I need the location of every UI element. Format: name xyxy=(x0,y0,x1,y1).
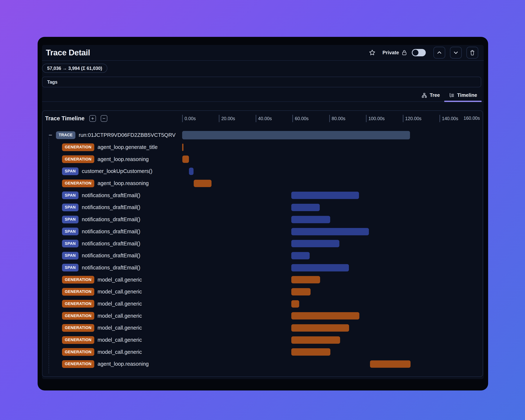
row-type-badge: SPAN xyxy=(62,204,78,211)
timeline-row[interactable]: GENERATIONmodel_call.generic xyxy=(42,298,483,310)
duration-bar[interactable] xyxy=(291,192,359,199)
row-label: model_call.generic xyxy=(98,301,142,307)
chevron-down-icon xyxy=(453,50,459,55)
row-type-badge: GENERATION xyxy=(62,348,94,356)
duration-bar[interactable] xyxy=(291,312,359,319)
axis-tick-label: 40.00s xyxy=(258,116,272,121)
timeline-header: Trace Timeline + − 0.00s20.00s40.00s60.0… xyxy=(42,111,483,126)
timeline-row[interactable]: SPANnotifications_draftEmail() xyxy=(42,189,483,201)
page-title: Trace Detail xyxy=(46,48,90,57)
row-label: notifications_draftEmail() xyxy=(82,216,140,223)
row-label: agent_loop.reasoning xyxy=(98,180,149,186)
timeline-row[interactable]: GENERATIONagent_loop.reasoning xyxy=(42,177,483,189)
next-trace-button[interactable] xyxy=(450,47,462,58)
axis-tick-mark xyxy=(366,115,366,122)
timeline-row[interactable]: SPANnotifications_draftEmail() xyxy=(42,226,483,238)
timeline-row[interactable]: GENERATIONmodel_call.generic xyxy=(42,334,483,346)
privacy-toggle[interactable] xyxy=(412,49,426,56)
axis-tick-label: 100.00s xyxy=(368,116,385,121)
duration-bar[interactable] xyxy=(291,276,320,283)
tab-tree[interactable]: Tree xyxy=(417,93,444,102)
header-bar: Trace Detail Private xyxy=(42,45,484,61)
row-label: notifications_draftEmail() xyxy=(82,252,140,259)
row-label: model_call.generic xyxy=(98,337,142,343)
duration-bar[interactable] xyxy=(291,324,349,332)
timeline-row[interactable]: GENERATIONmodel_call.generic xyxy=(42,346,483,358)
row-type-badge: GENERATION xyxy=(62,143,94,151)
timeline-row[interactable]: SPANnotifications_draftEmail() xyxy=(42,250,483,262)
axis-tick-label: 60.00s xyxy=(295,116,309,121)
trace-timeline-panel: Trace Timeline + − 0.00s20.00s40.00s60.0… xyxy=(42,110,483,377)
duration-bar[interactable] xyxy=(189,168,194,175)
tags-field[interactable]: Tags xyxy=(42,77,481,87)
axis-tick-mark xyxy=(256,115,256,122)
lock-icon xyxy=(402,50,407,56)
timeline-icon xyxy=(449,93,455,98)
row-type-badge: GENERATION xyxy=(62,324,94,332)
timeline-row[interactable]: GENERATIONmodel_call.generic xyxy=(42,286,483,298)
row-label: notifications_draftEmail() xyxy=(82,265,140,271)
row-label: model_call.generic xyxy=(98,313,142,319)
axis-tick-label: 140.00s xyxy=(442,116,458,121)
tags-label: Tags xyxy=(47,79,58,85)
timeline-row[interactable]: GENERATIONagent_loop.reasoning xyxy=(42,358,483,370)
duration-bar[interactable] xyxy=(194,180,212,187)
delete-trace-button[interactable] xyxy=(467,47,478,58)
timeline-row[interactable]: −TRACErun:01JCTPR9VD06FD2ZBB5VCT5QRV xyxy=(42,129,483,141)
toggle-knob xyxy=(412,50,418,56)
duration-bar[interactable] xyxy=(182,131,410,139)
collapse-all-button[interactable]: − xyxy=(101,115,107,122)
duration-bar[interactable] xyxy=(182,156,189,163)
duration-bar[interactable] xyxy=(291,204,319,211)
row-label: notifications_draftEmail() xyxy=(82,192,140,198)
axis-tick-label: 160.00s xyxy=(464,116,480,121)
timeline-row[interactable]: SPANnotifications_draftEmail() xyxy=(42,214,483,226)
previous-trace-button[interactable] xyxy=(433,47,445,58)
row-type-badge: SPAN xyxy=(62,252,78,260)
timeline-row[interactable]: GENERATIONmodel_call.generic xyxy=(42,310,483,322)
timeline-row[interactable]: SPANnotifications_draftEmail() xyxy=(42,237,483,250)
row-type-badge: GENERATION xyxy=(62,360,94,368)
expand-all-button[interactable]: + xyxy=(89,115,96,122)
timeline-row[interactable]: SPANnotifications_draftEmail() xyxy=(42,262,483,274)
duration-bar[interactable] xyxy=(291,240,339,247)
token-usage-badge[interactable]: 57,036 → 3,994 (Σ 61,030) xyxy=(42,64,107,73)
duration-bar[interactable] xyxy=(370,360,410,368)
axis-tick-mark xyxy=(182,115,183,122)
duration-bar[interactable] xyxy=(291,216,330,223)
duration-bar[interactable] xyxy=(291,348,330,356)
tab-label: Timeline xyxy=(457,93,477,98)
row-label: model_call.generic xyxy=(98,325,142,331)
row-type-badge: GENERATION xyxy=(62,155,94,163)
timeline-row[interactable]: SPANnotifications_draftEmail() xyxy=(42,201,483,214)
row-type-badge: GENERATION xyxy=(62,300,94,308)
axis-tick-label: 0.00s xyxy=(185,116,196,121)
star-bookmark-icon[interactable] xyxy=(369,49,375,56)
timeline-row[interactable]: GENERATIONagent_loop.generate_title xyxy=(42,141,483,153)
row-type-badge: SPAN xyxy=(62,216,78,223)
duration-bar[interactable] xyxy=(291,336,340,344)
timeline-row[interactable]: GENERATIONagent_loop.reasoning xyxy=(42,153,483,165)
axis-tick-mark xyxy=(440,115,440,122)
row-type-badge: SPAN xyxy=(62,228,78,235)
axis-tick-label: 20.00s xyxy=(221,116,235,121)
trace-detail-window: Trace Detail Private xyxy=(38,37,488,391)
duration-bar[interactable] xyxy=(291,288,310,296)
desktop-background: { "window": { "title": "Trace Detail" },… xyxy=(0,0,525,420)
row-label: model_call.generic xyxy=(98,349,142,355)
duration-bar[interactable] xyxy=(182,144,183,151)
timeline-row[interactable]: SPANcustomer_lookUpCustomers() xyxy=(42,165,483,177)
tab-timeline[interactable]: Timeline xyxy=(444,93,481,102)
timeline-row[interactable]: GENERATIONmodel_call.generic xyxy=(42,322,483,334)
view-switcher: Tree Timeline xyxy=(42,89,484,102)
timeline-row[interactable]: GENERATIONmodel_call.generic xyxy=(42,274,483,286)
collapse-toggle[interactable]: − xyxy=(49,131,56,139)
axis-tick-label: 80.00s xyxy=(332,116,346,121)
duration-bar[interactable] xyxy=(291,228,369,235)
row-type-badge: GENERATION xyxy=(62,179,94,187)
row-type-badge: GENERATION xyxy=(62,288,94,296)
duration-bar[interactable] xyxy=(291,264,349,271)
duration-bar[interactable] xyxy=(291,300,299,308)
row-label: customer_lookUpCustomers() xyxy=(82,168,152,174)
duration-bar[interactable] xyxy=(291,252,310,259)
